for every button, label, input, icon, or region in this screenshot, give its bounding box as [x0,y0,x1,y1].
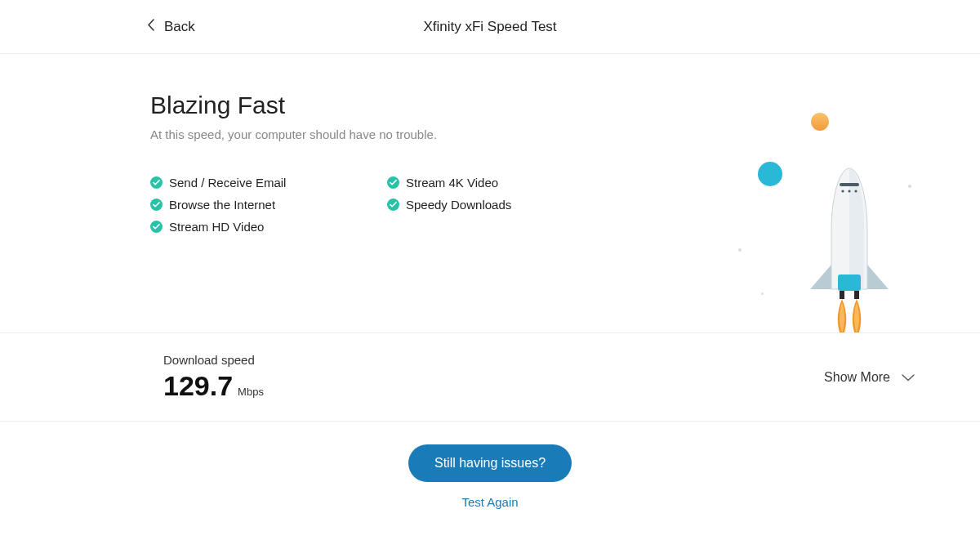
star-icon [738,248,742,252]
planet-orange-icon [811,113,829,131]
download-speed-label: Download speed [163,353,264,367]
back-label: Back [164,19,195,35]
svg-point-3 [854,190,857,192]
svg-rect-5 [840,291,844,299]
download-speed-value: 129.7 Mbps [163,370,264,402]
check-icon [387,176,399,189]
svg-point-1 [841,190,844,192]
capability-label: Stream HD Video [169,220,264,234]
test-again-link[interactable]: Test Again [461,495,518,509]
star-icon [761,292,764,295]
chevron-down-icon [902,370,915,385]
capability-item: Browse the Internet [150,198,387,212]
back-button[interactable]: Back [147,19,195,35]
rocket-illustration [676,78,921,333]
still-having-issues-button[interactable]: Still having issues? [408,444,572,482]
capability-item: Stream 4K Video [387,176,624,190]
footer-actions: Still having issues? Test Again [0,422,980,525]
star-icon [908,185,911,188]
capability-item: Send / Receive Email [150,176,387,190]
svg-rect-4 [838,274,861,291]
download-speed-number: 129.7 [163,370,233,402]
capability-label: Speedy Downloads [406,198,511,212]
capabilities-column-1: Send / Receive Email Browse the Internet… [150,176,387,234]
download-speed-block: Download speed 129.7 Mbps [163,353,264,402]
show-more-toggle[interactable]: Show More [824,370,915,385]
rocket-icon [807,167,892,333]
svg-point-2 [848,190,850,192]
capability-label: Browse the Internet [169,198,275,212]
result-section: Blazing Fast At this speed, your compute… [0,54,980,333]
capability-item: Speedy Downloads [387,198,624,212]
planet-teal-icon [758,162,782,186]
capability-label: Stream 4K Video [406,176,498,190]
download-speed-unit: Mbps [238,386,264,398]
svg-rect-6 [854,291,859,299]
check-icon [150,199,163,211]
capability-label: Send / Receive Email [169,176,286,190]
chevron-left-icon [147,19,154,35]
header-bar: Back Xfinity xFi Speed Test [0,0,980,54]
check-icon [150,176,163,189]
svg-rect-0 [840,183,859,186]
capabilities-column-2: Stream 4K Video Speedy Downloads [387,176,624,234]
check-icon [150,221,163,233]
check-icon [387,199,399,211]
show-more-label: Show More [824,370,890,385]
capability-item: Stream HD Video [150,220,387,234]
download-speed-row: Download speed 129.7 Mbps Show More [0,333,980,422]
